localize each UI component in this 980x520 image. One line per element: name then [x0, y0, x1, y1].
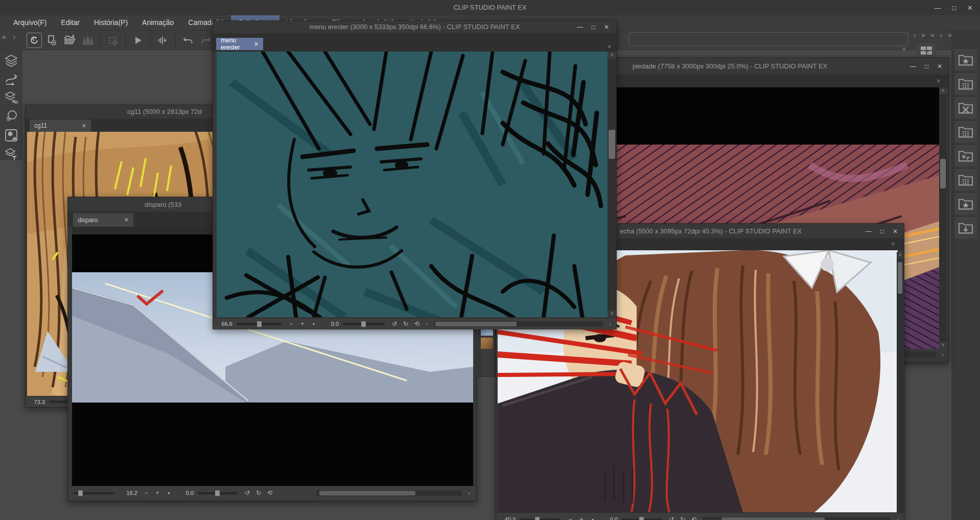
rotate-right-icon[interactable]: ↻ [678, 516, 687, 520]
menu-erester-canvas[interactable] [217, 52, 609, 317]
menu-animacao[interactable]: Animação [135, 15, 181, 30]
folder-delete-icon[interactable] [954, 97, 977, 119]
disparo-horizontal-scrollbar[interactable] [316, 490, 462, 496]
scroll-right-icon[interactable]: › [894, 516, 902, 520]
zoom-out-icon[interactable]: − [566, 516, 575, 520]
new-document-icon[interactable] [44, 33, 60, 48]
folder-favorites-icon[interactable] [954, 193, 977, 215]
scroll-right-icon[interactable]: › [465, 490, 473, 496]
tab-disparo[interactable]: disparo ✕ [73, 213, 133, 227]
collapse-left-icon[interactable]: « [2, 33, 6, 41]
minimize-icon[interactable]: — [934, 4, 941, 12]
play-animation-icon[interactable] [130, 33, 146, 48]
menu-arquivo[interactable]: Arquivo(F) [6, 15, 54, 30]
redo-icon[interactable] [198, 33, 214, 48]
folder-materials-icon[interactable] [954, 121, 977, 143]
rotate-right-icon[interactable]: ↻ [401, 320, 410, 327]
maximize-icon[interactable]: □ [592, 23, 595, 31]
minimize-icon[interactable]: — [866, 228, 872, 235]
fit-view-icon[interactable]: ▪ [164, 489, 173, 497]
open-file-icon[interactable] [62, 33, 78, 48]
scrollbar-thumb[interactable] [898, 262, 902, 294]
save-icon[interactable] [80, 33, 96, 48]
maximize-icon[interactable]: □ [925, 63, 928, 70]
scroll-up-icon[interactable]: ˄ [897, 252, 903, 259]
chevron-down-icon[interactable]: ˅ [937, 78, 940, 84]
scroll-left-icon[interactable]: ‹ [423, 321, 431, 327]
tab-menu-erester[interactable]: menu erester ✕ [216, 38, 263, 50]
new-from-clipboard-icon[interactable] [105, 33, 121, 48]
scrollbar-thumb[interactable] [609, 130, 615, 159]
fecha-vertical-scrollbar[interactable]: ˄ [897, 252, 903, 512]
tab-close-icon[interactable]: ✕ [254, 41, 259, 48]
reset-view-icon[interactable]: ⟲ [265, 489, 274, 497]
expand-right-icon[interactable]: › [13, 33, 16, 41]
scroll-up-icon[interactable]: ˄ [939, 87, 947, 94]
image-reference-icon[interactable] [4, 129, 19, 142]
collapse-right-icon[interactable]: » [921, 31, 925, 39]
scroll-right-icon[interactable]: › [939, 351, 947, 358]
tab-close-icon[interactable]: ✕ [82, 123, 86, 129]
rotation-slider[interactable] [198, 492, 238, 494]
motion-path-icon[interactable] [4, 73, 19, 85]
rotate-left-icon[interactable]: ↺ [390, 320, 399, 327]
undo-icon[interactable] [180, 33, 196, 48]
collapse-left-icon[interactable]: « [931, 31, 935, 39]
close-icon[interactable]: ✕ [893, 228, 898, 235]
fit-view-icon[interactable]: ▪ [588, 516, 597, 520]
reset-view-icon[interactable]: ⟲ [689, 516, 698, 520]
subview-thumbnail[interactable] [481, 338, 493, 349]
folder-download-icon[interactable] [954, 217, 977, 239]
reset-view-icon[interactable]: ⟲ [412, 320, 422, 327]
fit-view-icon[interactable]: ▪ [309, 320, 318, 327]
chevron-down-icon[interactable]: ˅ [892, 241, 895, 247]
scroll-left-icon[interactable]: ‹ [940, 31, 942, 39]
rotation-slider[interactable] [622, 518, 662, 520]
rotate-left-icon[interactable]: ↺ [667, 516, 676, 520]
menu-editar[interactable]: Editar [54, 15, 87, 30]
rotate-right-icon[interactable]: ↻ [254, 489, 263, 497]
zoom-slider[interactable] [237, 323, 282, 325]
menu-erester-vertical-scrollbar[interactable]: ˄ ˅ [608, 52, 616, 317]
lightbulb-icon[interactable] [4, 110, 19, 123]
menu-historia[interactable]: História(P) [87, 15, 135, 30]
piedade-vertical-scrollbar[interactable]: ˄ ˅ [939, 87, 947, 349]
zoom-in-icon[interactable]: + [153, 489, 162, 497]
folder-tools-icon[interactable] [954, 145, 977, 167]
scroll-down-icon[interactable]: ˅ [608, 310, 616, 317]
zoom-out-icon[interactable]: − [142, 489, 151, 497]
minimize-icon[interactable]: — [910, 63, 916, 70]
nav-slider[interactable] [73, 492, 114, 494]
scrollbar-thumb[interactable] [940, 159, 946, 188]
zoom-in-icon[interactable]: + [298, 320, 307, 327]
scroll-up-icon[interactable]: ˄ [608, 52, 616, 59]
zoom-slider[interactable] [520, 518, 561, 520]
flip-view-icon[interactable] [155, 33, 171, 48]
scroll-down-icon[interactable]: ˅ [939, 342, 947, 349]
fecha-horizontal-scrollbar[interactable] [703, 517, 891, 520]
zoom-out-icon[interactable]: − [287, 320, 296, 327]
chevron-down-icon[interactable]: ˅ [902, 46, 906, 53]
chevron-down-icon[interactable]: ˅ [608, 43, 611, 50]
rotate-left-icon[interactable]: ↺ [243, 489, 252, 497]
maximize-icon[interactable]: □ [952, 4, 956, 12]
folder-favorites-icon[interactable] [954, 49, 977, 70]
layers-icon[interactable] [4, 54, 19, 67]
maximize-icon[interactable]: □ [880, 228, 884, 235]
scroll-left-icon[interactable]: ‹ [914, 31, 916, 39]
zoom-in-icon[interactable]: + [577, 516, 586, 520]
close-icon[interactable]: ✕ [937, 63, 942, 70]
close-icon[interactable]: ✕ [604, 23, 609, 31]
menu-erester-horizontal-scrollbar[interactable] [434, 321, 603, 327]
close-icon[interactable]: ✕ [967, 4, 973, 12]
clip-studio-logo-icon[interactable] [27, 33, 42, 48]
scroll-right-icon[interactable]: › [606, 321, 614, 327]
workspace-layout-icon[interactable] [917, 43, 936, 58]
folder-materials-icon[interactable] [954, 73, 977, 94]
minimize-icon[interactable]: — [577, 23, 583, 31]
rotation-slider[interactable] [343, 323, 385, 325]
tab-cg11[interactable]: cg11 ✕ [30, 120, 91, 132]
menu-erester-titlebar[interactable]: menu erester (3000 x 5333px 350dpi 66.6%… [213, 21, 616, 33]
layer-filter-icon[interactable] [4, 148, 19, 161]
tab-close-icon[interactable]: ✕ [124, 217, 129, 223]
